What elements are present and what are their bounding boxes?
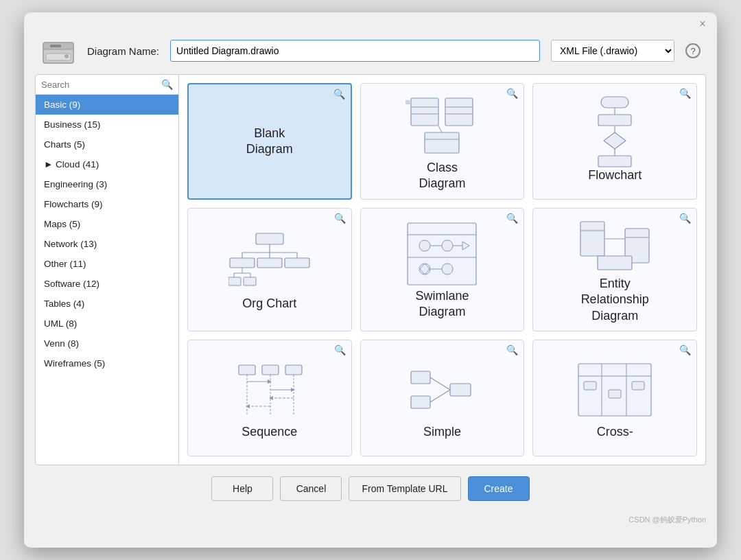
template-card-erd[interactable]: 🔍 EntityRelationshipDiagram xyxy=(532,208,697,331)
flowchart-preview xyxy=(540,99,690,167)
erd-preview xyxy=(540,215,690,276)
svg-rect-55 xyxy=(239,365,255,375)
svg-rect-54 xyxy=(598,256,632,270)
svg-marker-68 xyxy=(246,404,250,408)
new-diagram-dialog: × Diagram Name: XML File (.drawio) SVG F… xyxy=(24,12,717,548)
svg-rect-12 xyxy=(425,132,459,153)
svg-rect-5 xyxy=(411,98,438,126)
template-label-blank: BlankDiagram xyxy=(246,126,293,158)
sidebar-item-network[interactable]: Network (13) xyxy=(36,234,178,254)
sidebar-item-maps[interactable]: Maps (5) xyxy=(36,214,178,234)
search-input[interactable] xyxy=(41,80,157,90)
svg-rect-30 xyxy=(285,258,309,268)
svg-rect-36 xyxy=(244,277,256,285)
template-card-org[interactable]: 🔍 xyxy=(187,208,352,331)
zoom-icon-sequence: 🔍 xyxy=(334,345,346,355)
template-label-erd: EntityRelationshipDiagram xyxy=(581,276,649,324)
sidebar-item-cloud[interactable]: ► Cloud (41) xyxy=(36,154,178,174)
svg-rect-70 xyxy=(411,396,430,408)
svg-point-48 xyxy=(442,264,453,275)
svg-rect-8 xyxy=(405,100,411,104)
svg-marker-66 xyxy=(269,396,273,400)
disk-icon xyxy=(40,36,76,66)
svg-marker-62 xyxy=(268,380,272,384)
svg-point-3 xyxy=(64,54,69,58)
svg-rect-71 xyxy=(450,384,471,396)
sidebar-item-software[interactable]: Software (12) xyxy=(36,274,178,294)
file-type-select[interactable]: XML File (.drawio) SVG File (.svg) HTML … xyxy=(551,40,674,62)
sidebar-item-engineering[interactable]: Engineering (3) xyxy=(36,174,178,194)
dialog-footer: Help Cancel From Template URL Create xyxy=(24,465,717,512)
search-icon: 🔍 xyxy=(161,79,173,90)
zoom-icon-org: 🔍 xyxy=(334,213,346,224)
search-box: 🔍 xyxy=(36,75,178,95)
svg-line-72 xyxy=(430,377,450,390)
svg-line-73 xyxy=(430,390,450,402)
zoom-icon-blank: 🔍 xyxy=(333,89,345,100)
template-card-class[interactable]: 🔍 ClassDiagram xyxy=(360,83,525,200)
svg-rect-56 xyxy=(262,365,279,375)
templates-grid: 🔍 BlankDiagram 🔍 xyxy=(179,74,706,465)
template-label-sequence: Sequence xyxy=(242,424,297,440)
cancel-button[interactable]: Cancel xyxy=(280,476,342,501)
template-card-simple[interactable]: 🔍 Simple xyxy=(360,340,525,456)
zoom-icon-erd: 🔍 xyxy=(679,213,691,224)
svg-rect-37 xyxy=(408,223,476,285)
svg-marker-64 xyxy=(291,388,295,392)
sidebar-item-tables[interactable]: Tables (4) xyxy=(36,294,178,314)
sidebar-item-venn[interactable]: Venn (8) xyxy=(36,334,178,353)
svg-rect-35 xyxy=(228,277,241,285)
svg-rect-79 xyxy=(609,390,621,398)
template-label-org: Org Chart xyxy=(242,296,296,312)
svg-point-42 xyxy=(442,240,453,251)
diagram-name-label: Diagram Name: xyxy=(87,45,159,57)
svg-rect-80 xyxy=(632,382,644,390)
zoom-icon-simple: 🔍 xyxy=(506,345,518,355)
swimlane-preview xyxy=(368,220,517,288)
sidebar-item-charts[interactable]: Charts (5) xyxy=(36,135,178,154)
zoom-icon-swimlane: 🔍 xyxy=(506,213,518,224)
svg-rect-17 xyxy=(598,115,631,126)
sidebar-item-other[interactable]: Other (11) xyxy=(36,254,178,274)
sidebar-item-business[interactable]: Business (15) xyxy=(36,115,178,135)
svg-rect-57 xyxy=(285,365,302,375)
sidebar-item-uml[interactable]: UML (8) xyxy=(36,314,178,334)
template-card-blank[interactable]: 🔍 BlankDiagram xyxy=(187,83,352,200)
simple-preview xyxy=(368,355,517,424)
template-card-cross[interactable]: 🔍 Cross- xyxy=(532,340,697,456)
create-button[interactable]: Create xyxy=(468,476,530,501)
template-card-swimlane[interactable]: 🔍 xyxy=(360,208,525,331)
template-label-flowchart: Flowchart xyxy=(588,167,642,183)
template-card-flowchart[interactable]: 🔍 Flowchart xyxy=(532,83,697,200)
svg-point-40 xyxy=(419,240,430,251)
svg-rect-4 xyxy=(50,45,61,47)
header-help-icon[interactable]: ? xyxy=(685,43,701,58)
sidebar-item-wireframes[interactable]: Wireframes (5) xyxy=(36,353,178,373)
org-preview xyxy=(195,227,344,296)
template-label-cross: Cross- xyxy=(597,424,633,440)
class-preview xyxy=(368,91,517,160)
svg-rect-29 xyxy=(257,258,282,268)
template-card-sequence[interactable]: 🔍 xyxy=(187,340,352,456)
template-label-class: ClassDiagram xyxy=(419,160,465,192)
svg-marker-19 xyxy=(604,132,626,149)
sidebar-item-basic[interactable]: Basic (9) xyxy=(36,95,178,115)
dialog-titlebar: × xyxy=(24,12,717,33)
help-button[interactable]: Help xyxy=(211,476,273,501)
svg-rect-69 xyxy=(411,371,430,384)
dialog-body: 🔍 Basic (9) Business (15) Charts (5) ► C… xyxy=(24,74,717,465)
sequence-preview xyxy=(195,355,344,424)
template-url-button[interactable]: From Template URL xyxy=(349,476,460,501)
zoom-icon-cross: 🔍 xyxy=(679,345,691,355)
close-button[interactable]: × xyxy=(696,18,709,30)
svg-rect-21 xyxy=(598,156,631,167)
svg-line-14 xyxy=(438,126,442,132)
svg-rect-22 xyxy=(256,233,283,244)
cross-preview xyxy=(540,355,690,424)
diagram-name-input[interactable] xyxy=(170,40,540,62)
svg-rect-15 xyxy=(601,97,628,108)
watermark: CSDN @蚂蚁爱Python xyxy=(24,512,717,530)
template-label-swimlane: SwimlaneDiagram xyxy=(415,288,469,320)
svg-rect-49 xyxy=(580,222,604,256)
sidebar-item-flowcharts[interactable]: Flowcharts (9) xyxy=(36,194,178,214)
